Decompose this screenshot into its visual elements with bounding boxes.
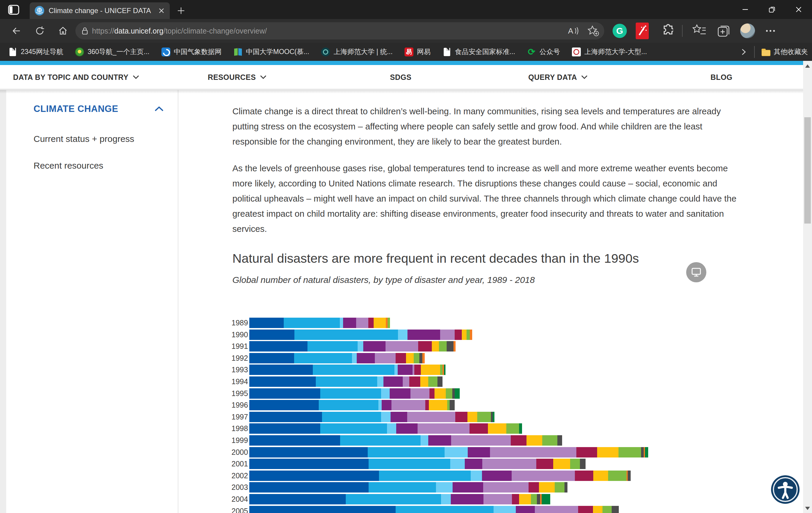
bar-segment-cr[interactable] — [414, 365, 421, 375]
profile-avatar[interactable] — [740, 24, 755, 38]
sidebar-link-current-status-progress[interactable]: Current status + progress — [33, 134, 134, 144]
bar-segment-gy[interactable] — [447, 341, 454, 351]
bar-segment-lb[interactable] — [316, 376, 377, 387]
bar-segment-lb[interactable] — [294, 330, 398, 340]
bar-segment-cy[interactable] — [378, 400, 382, 410]
bar-segment-db[interactable] — [249, 365, 313, 375]
bar-segment-gy[interactable] — [419, 353, 422, 363]
scroll-up-arrow-icon[interactable] — [805, 64, 810, 68]
bar-segment-ma[interactable] — [356, 318, 368, 328]
bar-segment-gr[interactable] — [414, 353, 419, 363]
bar-segment-ye[interactable] — [434, 388, 446, 399]
bar-segment-cy[interactable] — [450, 459, 465, 469]
bar-segment-ma[interactable] — [375, 353, 396, 363]
bar-segment-ye[interactable] — [406, 353, 414, 363]
bar-segment-gr[interactable] — [531, 494, 537, 504]
bar-segment-gy[interactable] — [557, 435, 562, 446]
bar-segment-cy[interactable] — [387, 423, 396, 434]
grammarly-extension-icon[interactable]: G — [613, 24, 627, 38]
bookmark-item[interactable]: 360导航_一个主页... — [75, 47, 149, 56]
bar-segment-lb[interactable] — [368, 447, 444, 457]
address-bar[interactable]: https://data.unicef.org/topic/climate-ch… — [76, 22, 604, 39]
bar-segment-ma[interactable] — [392, 400, 425, 410]
collections-icon[interactable] — [716, 23, 731, 38]
bar-segment-cy[interactable] — [381, 412, 390, 422]
bar-segment-cy[interactable] — [494, 506, 516, 513]
browser-tab[interactable]: Climate change - UNICEF DATA — [30, 2, 170, 19]
sidebar-section-toggle[interactable]: CLIMATE CHANGE — [33, 104, 164, 114]
bar-segment-ye[interactable] — [553, 459, 570, 469]
bar-segment-ye[interactable] — [597, 447, 618, 457]
bar-segment-dg[interactable] — [444, 365, 445, 375]
bar-segment-ye[interactable] — [526, 435, 542, 446]
bar-segment-cy[interactable] — [395, 365, 398, 375]
bar-segment-cy[interactable] — [398, 330, 407, 340]
bar-segment-db[interactable] — [249, 412, 322, 422]
bar-segment-db[interactable] — [249, 423, 320, 434]
bar-segment-gy[interactable] — [537, 494, 540, 504]
bar-segment-cy[interactable] — [340, 318, 343, 328]
bar-segment-gr[interactable] — [542, 435, 557, 446]
bar-segment-pu[interactable] — [451, 494, 484, 504]
bar-segment-lb[interactable] — [308, 341, 358, 351]
restore-button[interactable] — [759, 0, 785, 19]
bar-segment-ma[interactable] — [451, 435, 511, 446]
nav-item-resources[interactable]: RESOURCES — [208, 65, 266, 89]
bar-segment-db[interactable] — [249, 494, 346, 504]
bar-segment-gy[interactable] — [641, 447, 644, 457]
bar-segment-cr[interactable] — [430, 388, 434, 399]
bar-segment-pu[interactable] — [468, 447, 490, 457]
minimize-button[interactable] — [732, 0, 759, 19]
chart-view-toggle-button[interactable] — [686, 262, 706, 282]
bar-segment-ma[interactable] — [535, 506, 578, 513]
bar-segment-or[interactable] — [470, 330, 472, 340]
bar-segment-lb[interactable] — [319, 400, 378, 410]
bar-segment-ma[interactable] — [512, 471, 575, 481]
bar-segment-ma[interactable] — [385, 341, 418, 351]
bookmark-item[interactable]: 食品安全国家标准... — [442, 47, 515, 56]
bar-segment-db[interactable] — [249, 435, 340, 446]
bar-segment-db[interactable] — [249, 330, 294, 340]
bar-segment-ma[interactable] — [482, 459, 536, 469]
bar-segment-cr[interactable] — [576, 447, 597, 457]
bar-segment-db[interactable] — [249, 376, 316, 387]
tab-actions-icon[interactable] — [6, 4, 21, 16]
bar-segment-gr[interactable] — [439, 341, 447, 351]
bar-segment-pu[interactable] — [482, 471, 512, 481]
bar-segment-gr[interactable] — [506, 423, 519, 434]
bar-segment-gy[interactable] — [612, 506, 619, 513]
bookmark-item[interactable]: 易网易 — [405, 47, 431, 56]
bar-segment-db[interactable] — [249, 482, 369, 492]
bar-segment-cy[interactable] — [471, 471, 482, 481]
scroll-down-arrow-icon[interactable] — [805, 507, 810, 510]
bar-segment-ma[interactable] — [417, 423, 469, 434]
bar-segment-ye[interactable] — [432, 341, 439, 351]
bar-segment-gr[interactable] — [477, 412, 491, 422]
bar-segment-ye[interactable] — [488, 423, 506, 434]
bar-segment-cy[interactable] — [358, 341, 363, 351]
bar-segment-pu[interactable] — [516, 506, 535, 513]
bar-segment-ma[interactable] — [483, 482, 528, 492]
bar-segment-pu[interactable] — [357, 353, 375, 363]
bar-segment-dg[interactable] — [519, 423, 522, 434]
bar-segment-gy[interactable] — [580, 459, 585, 469]
bar-segment-gr[interactable] — [447, 400, 450, 410]
other-favorites-folder[interactable]: 其他收藏夹 — [761, 47, 808, 56]
bar-segment-gr[interactable] — [603, 506, 612, 513]
tab-close-icon[interactable] — [158, 7, 165, 14]
bookmarks-overflow-chevron-icon[interactable] — [740, 48, 748, 56]
settings-more-icon[interactable] — [764, 24, 777, 37]
bar-segment-cr[interactable] — [396, 353, 406, 363]
bar-segment-cy[interactable] — [420, 435, 428, 446]
bar-segment-cy[interactable] — [381, 388, 390, 399]
bar-segment-cr[interactable] — [578, 506, 593, 513]
bar-segment-db[interactable] — [249, 388, 320, 399]
bar-segment-gr[interactable] — [618, 447, 641, 457]
bar-segment-pu[interactable] — [383, 376, 403, 387]
bookmark-item[interactable]: 中国气象数据网 — [162, 47, 222, 56]
bar-segment-cy[interactable] — [352, 353, 357, 363]
bar-segment-cr[interactable] — [469, 423, 488, 434]
bar-segment-ye[interactable] — [539, 482, 555, 492]
bookmark-item[interactable]: ⟳公众号 — [527, 47, 560, 56]
read-aloud-icon[interactable]: A — [568, 26, 579, 36]
